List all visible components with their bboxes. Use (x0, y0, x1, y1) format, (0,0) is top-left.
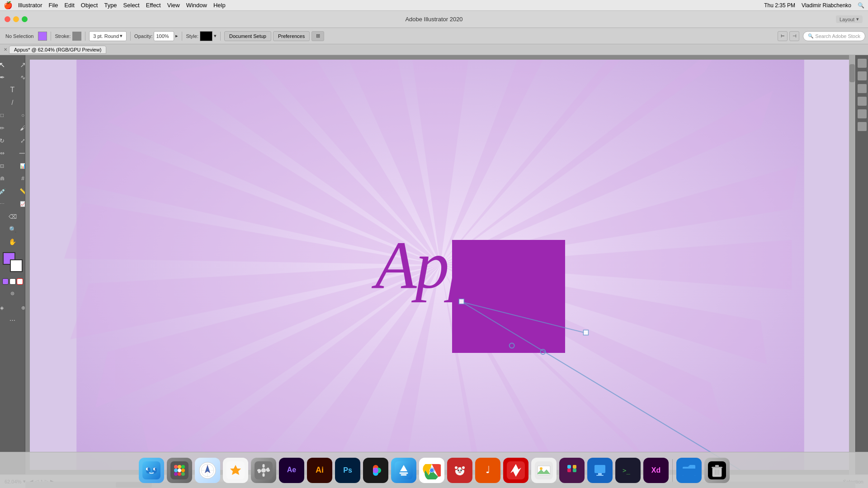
dock-spark[interactable] (503, 458, 528, 483)
dock-folder[interactable] (676, 458, 702, 483)
dock-bear[interactable] (447, 458, 472, 483)
panel-left-button[interactable]: ⊢ (778, 31, 788, 41)
line-tool[interactable]: / (3, 97, 23, 108)
dock-photos2[interactable] (531, 458, 557, 483)
fill-color[interactable] (38, 32, 47, 41)
selection-tools: ↖ ↗ (0, 59, 25, 70)
scroll-thumb[interactable] (849, 64, 855, 82)
dock-illustrator[interactable]: Ai (307, 458, 332, 483)
dock-photoshop[interactable]: Ps (335, 458, 360, 483)
panel-item-6[interactable] (858, 122, 867, 131)
opacity-arrow[interactable]: ▸ (175, 33, 178, 39)
style-swatch[interactable] (200, 31, 212, 41)
zoom-tool[interactable]: 🔍 (3, 223, 23, 235)
opacity-input[interactable]: 100% (154, 31, 174, 41)
menubar-time: Thu 2:35 PM (764, 2, 795, 9)
width-tool[interactable]: ⇔ (0, 147, 12, 159)
tab-close-button[interactable]: ✕ (4, 47, 7, 52)
style-arrow[interactable]: ▾ (214, 33, 217, 39)
panel-item-1[interactable] (858, 59, 867, 68)
stroke-weight-dropdown[interactable]: 3 pt. Round ▾ (89, 31, 127, 41)
measure-tool[interactable]: 📏 (13, 185, 26, 197)
document-setup-button[interactable]: Document Setup (224, 31, 271, 41)
dock-safari[interactable] (195, 458, 220, 483)
none-mode[interactable] (17, 278, 23, 285)
more-tools[interactable]: ··· (9, 316, 15, 324)
menu-select[interactable]: Select (123, 2, 140, 9)
maximize-button[interactable] (22, 16, 28, 22)
rectangle-tool[interactable]: □ (0, 109, 12, 121)
pencil-tool[interactable]: ✏ (0, 122, 12, 134)
panel-item-2[interactable] (858, 71, 867, 80)
document-tab[interactable]: Appus* @ 62.04% (RGB/GPU Preview) (9, 46, 106, 54)
preferences-button[interactable]: Preferences (273, 31, 310, 41)
panel-item-4[interactable] (858, 97, 867, 106)
panel-item-5[interactable] (858, 109, 867, 118)
chart-tool[interactable]: 📈 (13, 198, 26, 210)
curvature-tool[interactable]: ∿ (13, 71, 26, 83)
normal-mode[interactable] (2, 278, 9, 285)
menu-object[interactable]: Object (81, 2, 98, 9)
blend-mode[interactable]: ◈ (0, 302, 12, 314)
menubar-right: Thu 2:35 PM Vladimir Riabchenko 🔍 (761, 2, 864, 9)
stroke-color[interactable] (72, 32, 81, 41)
dock-chrome[interactable] (419, 458, 444, 483)
dock-keynote[interactable] (587, 458, 613, 483)
dock-terminal[interactable]: >_ (615, 458, 641, 483)
stroke-mode[interactable] (9, 278, 16, 285)
minimize-button[interactable] (13, 16, 19, 22)
canvas-area[interactable]: Appus us (25, 55, 855, 474)
menu-type[interactable]: Type (104, 2, 117, 9)
paintbrush-tool[interactable]: 🖌 (13, 122, 26, 134)
type-tool[interactable]: T (3, 84, 23, 96)
dock-system-prefs[interactable] (251, 458, 276, 483)
dock-trash[interactable] (704, 458, 730, 483)
menu-effect[interactable]: Effect (146, 2, 161, 9)
mesh-tool[interactable]: # (13, 173, 26, 184)
hand-tool[interactable]: ✋ (3, 236, 23, 248)
pen-tool[interactable]: ✒ (0, 71, 12, 83)
menubar-search-icon[interactable]: 🔍 (858, 2, 864, 9)
draw-normal[interactable]: ⊙ (0, 287, 1, 299)
dock-photos[interactable] (223, 458, 248, 483)
dock-xd[interactable]: Xd (643, 458, 669, 483)
menu-edit[interactable]: Edit (64, 2, 74, 9)
selection-tool[interactable]: ↖ (0, 59, 12, 70)
artboard-mode[interactable]: ⊕ (14, 302, 26, 314)
dock-tempo[interactable]: ♩ (475, 458, 500, 483)
menu-file[interactable]: File (48, 2, 58, 9)
menu-view[interactable]: View (167, 2, 180, 9)
draw-behind[interactable]: ⊚ (3, 287, 23, 299)
apple-menu[interactable]: 🍎 (4, 1, 13, 9)
vertical-scrollbar[interactable] (849, 55, 855, 474)
dock-launchpad[interactable] (167, 458, 192, 483)
search-stock-bar[interactable]: 🔍 Search Adobe Stock (803, 31, 865, 41)
free-transform-tool[interactable]: ⊡ (0, 160, 12, 172)
view-modes: ◈ ⊕ (0, 302, 25, 314)
scale-tool[interactable]: ⤢ (13, 135, 26, 146)
dock-figma[interactable] (363, 458, 388, 483)
panel-item-3[interactable] (858, 84, 867, 93)
layout-button[interactable]: Layout ▾ (836, 15, 863, 23)
panel-right-button[interactable]: ⊣ (789, 31, 799, 41)
dock-slack[interactable] (559, 458, 585, 483)
dock-apps[interactable] (391, 458, 416, 483)
direct-selection-tool[interactable]: ↗ (13, 59, 26, 70)
dock-finder[interactable] (139, 458, 164, 483)
close-button[interactable] (5, 16, 10, 22)
blend-tool[interactable]: ⋯ (0, 198, 12, 210)
ellipse-tool[interactable]: ○ (13, 109, 26, 121)
menu-help[interactable]: Help (213, 2, 226, 9)
transform-tools: ↻ ⤢ (0, 135, 25, 146)
dock-after-effects[interactable]: Ae (279, 458, 304, 483)
shaper-tool[interactable]: ⋒ (0, 173, 12, 184)
stroke-swatch[interactable] (10, 259, 23, 272)
eyedropper-tool[interactable]: 💉 (0, 185, 12, 197)
menu-illustrator[interactable]: Illustrator (18, 2, 42, 9)
rotate-tool[interactable]: ↻ (0, 135, 12, 146)
warp-tool[interactable]: ⟿ (13, 147, 26, 159)
arrange-button[interactable]: ⊞ (311, 31, 324, 41)
menu-window[interactable]: Window (186, 2, 207, 9)
eraser-tool[interactable]: ⌫ (3, 211, 23, 222)
graph-tool[interactable]: 📊 (13, 160, 26, 172)
